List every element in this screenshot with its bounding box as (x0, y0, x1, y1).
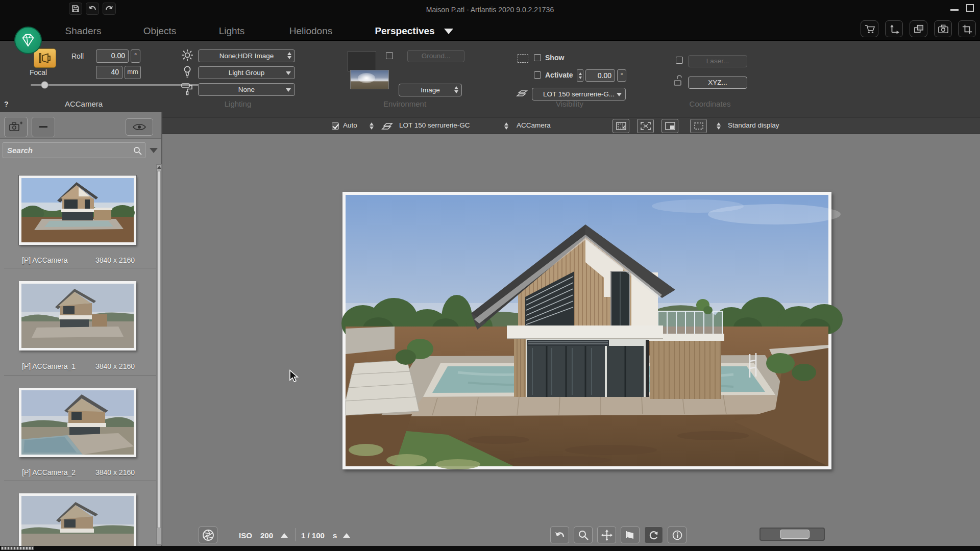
perspective-toolbar: Roll 0.00 ° Focal 40 mm None;HDR Image (0, 41, 980, 117)
exposure-button[interactable] (199, 527, 217, 543)
roll-label: Roll (71, 52, 84, 60)
remove-camera-button[interactable] (32, 117, 55, 137)
menu-objects[interactable]: Objects (143, 26, 176, 37)
undo-arrow-icon (554, 531, 566, 540)
iso-label: ISO (239, 531, 252, 540)
menu-shaders[interactable]: Shaders (65, 26, 102, 37)
actual-size-icon (665, 122, 675, 130)
store-button[interactable] (861, 20, 878, 37)
expand-view-icon (641, 122, 651, 130)
add-camera-button[interactable] (4, 117, 28, 137)
visibility-eye-button[interactable] (126, 118, 153, 136)
shutter-up-icon[interactable] (343, 533, 350, 538)
heliodon-sun-icon (181, 49, 194, 61)
light-group-select[interactable]: Light Group (198, 66, 295, 79)
display-updown-icon[interactable] (717, 122, 721, 130)
snapshot-button[interactable] (934, 20, 952, 37)
laser-button[interactable]: Laser... (688, 55, 747, 67)
focal-slider-thumb[interactable] (41, 81, 48, 89)
shutter-value[interactable]: 1 / 100 (301, 531, 325, 540)
coordinates-section-label: Coordinates (690, 99, 731, 108)
camera-panel-title: ACCamera (65, 99, 103, 108)
info-button[interactable] (668, 527, 687, 543)
window-title: Maison P.atl - Artlantis 2020 9.0.2.2173… (0, 6, 980, 14)
zoom-tool-button[interactable] (574, 527, 593, 543)
xyz-button[interactable]: XYZ... (688, 77, 747, 89)
search-input[interactable] (3, 143, 145, 158)
refresh-view-button[interactable] (644, 527, 663, 543)
duplicate-button[interactable] (910, 20, 927, 37)
crop-icon (962, 24, 973, 34)
neon-select[interactable]: None (198, 83, 295, 96)
angle-input[interactable]: 0.00 (585, 69, 615, 82)
camera-thumbnail-accamera-1[interactable] (19, 281, 136, 350)
crop-button[interactable] (958, 20, 976, 37)
menu-lights[interactable]: Lights (219, 26, 245, 37)
visibility-layer-select[interactable]: LOT 150 serrurerie-G... (532, 88, 626, 101)
search-filter-caret[interactable] (150, 148, 158, 153)
focal-unit: mm (125, 66, 141, 79)
artlantis-logo (14, 27, 42, 54)
preview-viewport[interactable] (162, 134, 980, 551)
bottom-toolbar: ISO 200 1 / 100 s (0, 525, 980, 546)
menu-heliodons[interactable]: Heliodons (289, 26, 333, 37)
menu-perspectives[interactable]: Perspectives (375, 26, 434, 37)
help-button[interactable]: ? (4, 100, 9, 108)
render-zone-button[interactable] (690, 119, 707, 133)
scrollbar-thumb[interactable] (157, 171, 161, 528)
active-camera-label[interactable]: ACCamera (517, 121, 551, 129)
ground-checkbox[interactable] (386, 52, 393, 59)
camera-size: 3840 x 2160 (95, 362, 135, 370)
render-window-button[interactable] (621, 527, 640, 543)
camera-name[interactable]: [P] ACCamera_1 (22, 362, 76, 370)
camera-thumbnail-accamera[interactable] (19, 176, 136, 245)
expand-view-button[interactable] (637, 119, 654, 133)
sidebar-scrollbar[interactable] (156, 164, 162, 545)
environment-sky-thumb[interactable] (350, 70, 389, 89)
undo-view-button[interactable] (550, 527, 569, 543)
visibility-layer-value: LOT 150 serrurerie-G... (543, 90, 615, 98)
roll-unit: ° (131, 49, 140, 63)
laser-checkbox[interactable] (676, 57, 683, 64)
fit-view-button[interactable] (612, 119, 629, 133)
preview-quality-slider[interactable] (760, 528, 825, 541)
pan-move-icon (601, 530, 612, 541)
heliodon-select[interactable]: None;HDR Image (198, 49, 295, 62)
layer-updown-icon[interactable] (370, 122, 374, 130)
marquee-zone-icon (518, 54, 528, 63)
transform-button[interactable] (885, 20, 903, 37)
active-layer-label[interactable]: LOT 150 serrurerie-GC (399, 121, 470, 129)
camera-view-button[interactable] (34, 48, 56, 68)
display-mode-label[interactable]: Standard display (728, 121, 779, 129)
light-bulb-icon (182, 65, 192, 79)
environment-background-thumb[interactable] (348, 51, 376, 71)
light-group-select-value: Light Group (229, 69, 265, 77)
camera-updown-icon[interactable] (504, 122, 508, 130)
actual-size-button[interactable] (662, 119, 678, 133)
camera-search (3, 142, 145, 158)
environment-mode-select[interactable]: Image (399, 84, 462, 96)
auto-checkbox[interactable] (332, 122, 339, 130)
render-image[interactable] (346, 195, 828, 466)
maximize-button[interactable] (966, 4, 974, 12)
camera-thumbnail-accamera-2[interactable] (19, 388, 136, 457)
angle-stepper[interactable] (577, 69, 583, 82)
show-checkbox[interactable] (534, 54, 541, 61)
pan-tool-button[interactable] (597, 527, 616, 543)
focal-input[interactable]: 40 (96, 66, 122, 79)
updown-icon (454, 86, 458, 93)
dropdown-caret-icon (286, 88, 291, 92)
perspectives-caret-icon[interactable] (444, 29, 453, 34)
activate-checkbox[interactable] (534, 71, 541, 79)
ground-button[interactable]: Ground... (407, 50, 464, 62)
camera-name[interactable]: [P] ACCamera (22, 256, 67, 264)
aperture-icon (202, 529, 214, 541)
iso-value[interactable]: 200 (260, 531, 273, 540)
roll-input[interactable]: 0.00 (96, 49, 129, 63)
scroll-up-icon[interactable] (157, 166, 161, 169)
slider-knob[interactable] (780, 530, 810, 539)
iso-up-icon[interactable] (281, 533, 288, 538)
camera-name[interactable]: [P] ACCamera_2 (22, 468, 76, 477)
minimize-button[interactable] (950, 9, 959, 11)
shutter-unit: s (333, 531, 337, 540)
